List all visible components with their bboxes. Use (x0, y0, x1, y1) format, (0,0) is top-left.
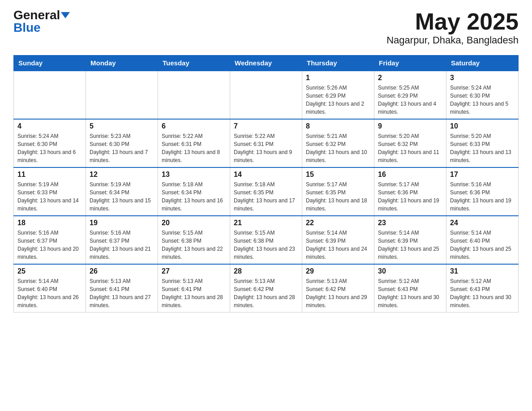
weekday-header-wednesday: Wednesday (230, 56, 302, 71)
calendar-cell: 11Sunrise: 5:19 AMSunset: 6:33 PMDayligh… (14, 167, 86, 216)
logo: General Blue (13, 9, 70, 34)
day-number: 20 (162, 219, 226, 227)
calendar-cell: 2Sunrise: 5:25 AMSunset: 6:29 PMDaylight… (374, 71, 446, 119)
weekday-header-monday: Monday (86, 56, 158, 71)
day-number: 13 (162, 171, 226, 179)
day-number: 15 (306, 171, 370, 179)
calendar-cell: 13Sunrise: 5:18 AMSunset: 6:34 PMDayligh… (158, 167, 230, 216)
calendar-cell: 15Sunrise: 5:17 AMSunset: 6:35 PMDayligh… (302, 167, 374, 216)
day-info: Sunrise: 5:19 AMSunset: 6:33 PMDaylight:… (17, 180, 82, 213)
day-info: Sunrise: 5:25 AMSunset: 6:29 PMDaylight:… (378, 84, 442, 116)
calendar-cell: 7Sunrise: 5:22 AMSunset: 6:31 PMDaylight… (230, 119, 302, 167)
calendar-cell (86, 71, 158, 119)
day-number: 3 (450, 74, 515, 82)
day-info: Sunrise: 5:18 AMSunset: 6:34 PMDaylight:… (162, 180, 226, 213)
weekday-header-saturday: Saturday (446, 56, 519, 71)
day-info: Sunrise: 5:26 AMSunset: 6:29 PMDaylight:… (306, 84, 370, 116)
calendar-cell: 19Sunrise: 5:16 AMSunset: 6:37 PMDayligh… (86, 216, 158, 264)
day-number: 10 (450, 122, 515, 130)
calendar-cell: 31Sunrise: 5:12 AMSunset: 6:43 PMDayligh… (446, 264, 519, 313)
calendar-cell: 26Sunrise: 5:13 AMSunset: 6:41 PMDayligh… (86, 264, 158, 313)
day-info: Sunrise: 5:24 AMSunset: 6:30 PMDaylight:… (17, 132, 82, 164)
day-info: Sunrise: 5:20 AMSunset: 6:32 PMDaylight:… (378, 132, 442, 164)
day-number: 17 (450, 171, 515, 179)
day-info: Sunrise: 5:18 AMSunset: 6:35 PMDaylight:… (234, 180, 298, 213)
day-number: 12 (90, 171, 154, 179)
day-info: Sunrise: 5:15 AMSunset: 6:38 PMDaylight:… (234, 229, 298, 261)
calendar-cell (14, 71, 86, 119)
day-number: 24 (450, 219, 515, 227)
calendar-subtitle: Nagarpur, Dhaka, Bangladesh (386, 34, 519, 46)
calendar-cell: 28Sunrise: 5:13 AMSunset: 6:42 PMDayligh… (230, 264, 302, 313)
day-info: Sunrise: 5:13 AMSunset: 6:42 PMDaylight:… (234, 277, 298, 309)
calendar-cell: 27Sunrise: 5:13 AMSunset: 6:41 PMDayligh… (158, 264, 230, 313)
logo-triangle-icon (61, 12, 70, 18)
weekday-header-thursday: Thursday (302, 56, 374, 71)
day-number: 4 (17, 122, 82, 130)
day-info: Sunrise: 5:24 AMSunset: 6:30 PMDaylight:… (450, 84, 515, 116)
day-info: Sunrise: 5:20 AMSunset: 6:33 PMDaylight:… (450, 132, 515, 164)
day-info: Sunrise: 5:17 AMSunset: 6:36 PMDaylight:… (378, 180, 442, 213)
calendar-cell (158, 71, 230, 119)
day-number: 29 (306, 267, 370, 275)
week-row-5: 25Sunrise: 5:14 AMSunset: 6:40 PMDayligh… (14, 264, 519, 313)
day-number: 16 (378, 171, 442, 179)
day-number: 19 (90, 219, 154, 227)
day-number: 5 (90, 122, 154, 130)
calendar-cell: 14Sunrise: 5:18 AMSunset: 6:35 PMDayligh… (230, 167, 302, 216)
calendar-cell: 4Sunrise: 5:24 AMSunset: 6:30 PMDaylight… (14, 119, 86, 167)
day-info: Sunrise: 5:13 AMSunset: 6:42 PMDaylight:… (306, 277, 370, 309)
day-number: 1 (306, 74, 370, 82)
weekday-header-sunday: Sunday (14, 56, 86, 71)
calendar-cell: 10Sunrise: 5:20 AMSunset: 6:33 PMDayligh… (446, 119, 519, 167)
day-number: 8 (306, 122, 370, 130)
calendar-cell: 1Sunrise: 5:26 AMSunset: 6:29 PMDaylight… (302, 71, 374, 119)
day-number: 30 (378, 267, 442, 275)
day-number: 6 (162, 122, 226, 130)
day-number: 7 (234, 122, 298, 130)
day-number: 28 (234, 267, 298, 275)
calendar-cell: 3Sunrise: 5:24 AMSunset: 6:30 PMDaylight… (446, 71, 519, 119)
calendar-cell: 9Sunrise: 5:20 AMSunset: 6:32 PMDaylight… (374, 119, 446, 167)
day-number: 23 (378, 219, 442, 227)
day-info: Sunrise: 5:16 AMSunset: 6:36 PMDaylight:… (450, 180, 515, 213)
calendar-cell: 20Sunrise: 5:15 AMSunset: 6:38 PMDayligh… (158, 216, 230, 264)
logo-blue: Blue (13, 21, 41, 34)
weekday-header-tuesday: Tuesday (158, 56, 230, 71)
calendar-cell: 23Sunrise: 5:14 AMSunset: 6:39 PMDayligh… (374, 216, 446, 264)
week-row-1: 1Sunrise: 5:26 AMSunset: 6:29 PMDaylight… (14, 71, 519, 119)
calendar-cell: 25Sunrise: 5:14 AMSunset: 6:40 PMDayligh… (14, 264, 86, 313)
calendar-table: SundayMondayTuesdayWednesdayThursdayFrid… (13, 55, 519, 313)
calendar-cell: 24Sunrise: 5:14 AMSunset: 6:40 PMDayligh… (446, 216, 519, 264)
day-number: 2 (378, 74, 442, 82)
day-info: Sunrise: 5:14 AMSunset: 6:40 PMDaylight:… (450, 229, 515, 261)
day-number: 21 (234, 219, 298, 227)
day-number: 27 (162, 267, 226, 275)
day-info: Sunrise: 5:17 AMSunset: 6:35 PMDaylight:… (306, 180, 370, 213)
calendar-title: May 2025 (386, 9, 519, 34)
day-number: 11 (17, 171, 82, 179)
calendar-cell (230, 71, 302, 119)
page-header: General Blue May 2025 Nagarpur, Dhaka, B… (13, 9, 519, 46)
day-number: 9 (378, 122, 442, 130)
day-info: Sunrise: 5:14 AMSunset: 6:40 PMDaylight:… (17, 277, 82, 309)
day-info: Sunrise: 5:16 AMSunset: 6:37 PMDaylight:… (17, 229, 82, 261)
day-info: Sunrise: 5:16 AMSunset: 6:37 PMDaylight:… (90, 229, 154, 261)
calendar-cell: 6Sunrise: 5:22 AMSunset: 6:31 PMDaylight… (158, 119, 230, 167)
weekday-header-row: SundayMondayTuesdayWednesdayThursdayFrid… (14, 56, 519, 71)
calendar-cell: 12Sunrise: 5:19 AMSunset: 6:34 PMDayligh… (86, 167, 158, 216)
title-block: May 2025 Nagarpur, Dhaka, Bangladesh (386, 9, 519, 46)
day-info: Sunrise: 5:14 AMSunset: 6:39 PMDaylight:… (306, 229, 370, 261)
day-info: Sunrise: 5:12 AMSunset: 6:43 PMDaylight:… (378, 277, 442, 309)
day-info: Sunrise: 5:22 AMSunset: 6:31 PMDaylight:… (162, 132, 226, 164)
week-row-3: 11Sunrise: 5:19 AMSunset: 6:33 PMDayligh… (14, 167, 519, 216)
day-info: Sunrise: 5:19 AMSunset: 6:34 PMDaylight:… (90, 180, 154, 213)
day-info: Sunrise: 5:13 AMSunset: 6:41 PMDaylight:… (162, 277, 226, 309)
logo-general: General (13, 9, 60, 21)
calendar-cell: 22Sunrise: 5:14 AMSunset: 6:39 PMDayligh… (302, 216, 374, 264)
day-info: Sunrise: 5:21 AMSunset: 6:32 PMDaylight:… (306, 132, 370, 164)
day-info: Sunrise: 5:15 AMSunset: 6:38 PMDaylight:… (162, 229, 226, 261)
day-number: 25 (17, 267, 82, 275)
calendar-cell: 17Sunrise: 5:16 AMSunset: 6:36 PMDayligh… (446, 167, 519, 216)
day-number: 26 (90, 267, 154, 275)
